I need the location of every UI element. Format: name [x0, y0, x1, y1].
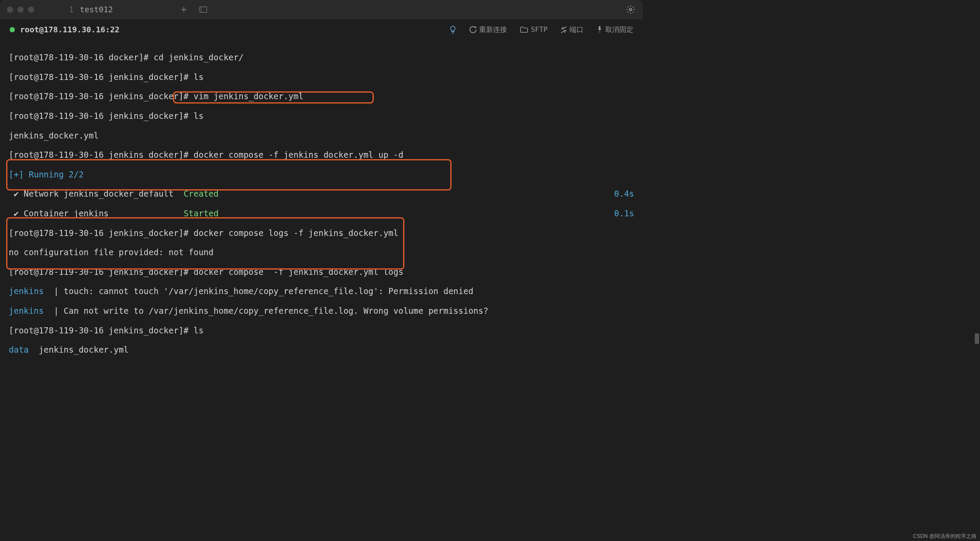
reconnect-button[interactable]: 重新连接 — [469, 26, 507, 34]
terminal-line: data jenkins_docker.yml — [9, 345, 634, 354]
sftp-label: SFTP — [531, 26, 548, 34]
terminal-line: jenkins | Can not write to /var/jenkins_… — [9, 306, 634, 316]
new-tab-icon[interactable] — [179, 4, 189, 15]
terminal-line: [+] Running 2/2 — [9, 170, 634, 179]
minimize-window-icon[interactable] — [17, 7, 24, 13]
port-label: 端口 — [569, 26, 583, 34]
tab-name: test012 — [80, 5, 113, 14]
terminal-line: [root@178-119-30-16 docker]# cd jenkins_… — [9, 52, 634, 62]
terminal-line: [root@178-119-30-16 jenkins_docker]# doc… — [9, 267, 634, 277]
terminal-line: ✔ Network jenkins_docker_default Created… — [9, 189, 634, 198]
terminal-line: [root@178-119-30-16 jenkins_docker]# ls — [9, 111, 634, 121]
unpin-button[interactable]: 取消固定 — [597, 26, 633, 34]
svg-rect-1 — [201, 7, 207, 13]
terminal-line: jenkins | touch: cannot touch '/var/jenk… — [9, 286, 634, 296]
terminal-output[interactable]: [root@178-119-30-16 docker]# cd jenkins_… — [0, 40, 643, 355]
svg-rect-0 — [199, 7, 207, 13]
settings-icon[interactable] — [625, 4, 636, 15]
terminal-line: [root@178-119-30-16 jenkins_docker]# doc… — [9, 150, 634, 160]
maximize-window-icon[interactable] — [28, 7, 34, 13]
reconnect-label: 重新连接 — [479, 26, 507, 34]
terminal-line: no configuration file provided: not foun… — [9, 247, 634, 257]
tab-number: 1 — [69, 5, 74, 14]
port-button[interactable]: 端口 — [561, 26, 583, 34]
sftp-button[interactable]: SFTP — [520, 26, 548, 34]
connection-status-icon — [10, 27, 15, 32]
highlight-box — [6, 217, 404, 270]
terminal-line: jenkins_docker.yml — [9, 131, 634, 140]
close-window-icon[interactable] — [7, 7, 13, 13]
terminal-line: ✔ Container jenkins Started0.1s — [9, 208, 634, 218]
terminal-line: [root@178-119-30-16 jenkins_docker]# doc… — [9, 228, 634, 238]
lightbulb-button[interactable] — [449, 26, 456, 34]
title-bar: 1 test012 — [0, 0, 643, 19]
unpin-label: 取消固定 — [605, 26, 633, 34]
terminal-line: [root@178-119-30-16 jenkins_docker]# vim… — [9, 91, 634, 101]
terminal-line: [root@178-119-30-16 jenkins_docker]# ls — [9, 326, 634, 335]
split-pane-icon[interactable] — [198, 4, 208, 15]
connection-label: root@178.119.30.16:22 — [20, 25, 120, 34]
tab-terminal[interactable]: 1 test012 — [64, 0, 118, 19]
connection-bar: root@178.119.30.16:22 重新连接 SFTP 端口 取消固定 — [0, 19, 643, 40]
svg-point-2 — [630, 9, 632, 11]
traffic-lights — [7, 7, 34, 13]
terminal-line: [root@178-119-30-16 jenkins_docker]# ls — [9, 72, 634, 82]
